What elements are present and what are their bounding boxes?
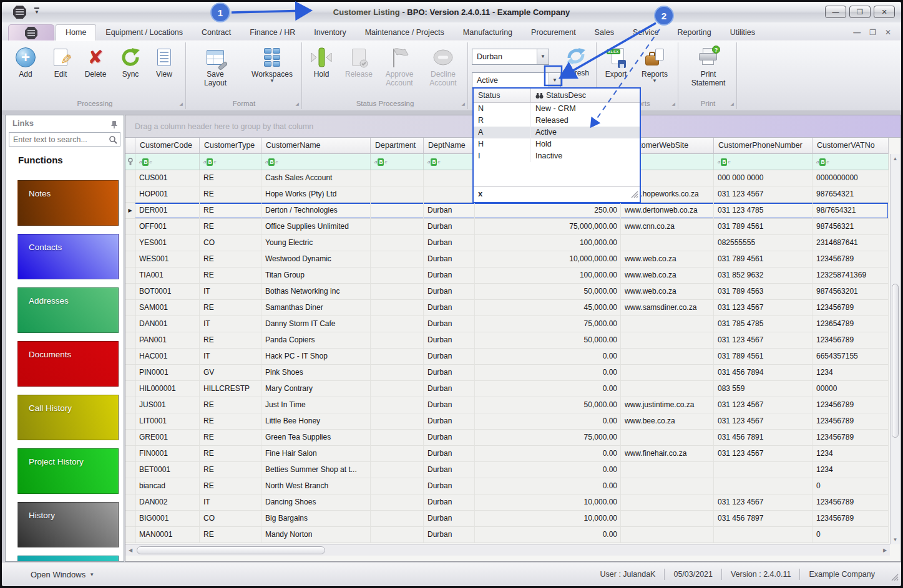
mdi-restore-icon[interactable]: ❐ xyxy=(869,28,876,37)
vertical-scroll-thumb[interactable] xyxy=(892,284,899,438)
refresh-button[interactable]: Refresh xyxy=(559,44,593,77)
table-row[interactable]: ▶DER001REDerton / TechnologiesDurban250.… xyxy=(125,203,889,219)
tab-contract[interactable]: Contract xyxy=(192,25,240,41)
hold-button[interactable]: Hold xyxy=(304,45,339,79)
window-resize-grip[interactable] xyxy=(891,572,899,584)
tab-sales[interactable]: Sales xyxy=(585,25,623,41)
function-button-call-history[interactable]: Call History xyxy=(17,395,119,440)
delete-button[interactable]: ✘ Delete xyxy=(78,45,113,79)
tab-reporting[interactable]: Reporting xyxy=(668,25,721,41)
status-combo[interactable]: Active ▼ xyxy=(472,72,561,89)
table-row[interactable]: HIL000001HILLCRESTPMary ContraryDurban0.… xyxy=(125,381,889,397)
filter-cell-CustomerPhoneNumber[interactable]: aBc xyxy=(714,154,813,170)
status-option-A[interactable]: AActive xyxy=(474,127,640,138)
function-button-notes[interactable]: Notes xyxy=(17,180,119,226)
tab-maintenance-projects[interactable]: Maintenance / Projects xyxy=(356,25,454,41)
tab-utilities[interactable]: Utilities xyxy=(721,25,764,41)
table-row[interactable]: FIN0001REFine Hair SalonDurban0.00www.fi… xyxy=(125,446,889,462)
filter-cell-Department[interactable]: aBc xyxy=(371,154,424,170)
branch-combo-dropdown-icon[interactable]: ▼ xyxy=(537,49,549,64)
table-row[interactable]: JUS001REJust In TimeDurban50,000.00www.j… xyxy=(125,397,889,413)
search-icon[interactable] xyxy=(109,135,117,147)
filter-cell-CustomerName[interactable]: aBc xyxy=(261,154,371,170)
clear-filter-button[interactable]: x xyxy=(478,189,482,198)
save-layout-button[interactable]: Save Layout xyxy=(195,45,236,87)
table-row[interactable]: TIA001RETitan GroupDurban100,000.00www.w… xyxy=(125,267,889,284)
table-row[interactable]: MAN0001REMandy NortonDurban0.000 xyxy=(125,527,889,543)
column-header-CustomerVATNo[interactable]: CustomerVATNo xyxy=(813,138,889,154)
statusdesc-column-header[interactable]: StatusDesc xyxy=(531,89,640,102)
branch-combo[interactable]: Durban ▼ xyxy=(472,49,549,65)
table-row[interactable]: BET0001REBetties Summer Shop at t...Durb… xyxy=(125,462,889,478)
minimize-button[interactable]: — xyxy=(825,6,846,18)
filter-cell-CustomerType[interactable]: aBc xyxy=(200,154,261,170)
export-button[interactable]: XLSX Export xyxy=(598,45,633,79)
status-option-I[interactable]: IInactive xyxy=(474,150,640,162)
column-header-CustomerPhoneNumber[interactable]: CustomerPhoneNumber xyxy=(714,138,813,154)
function-button-partial[interactable] xyxy=(17,556,119,562)
table-row[interactable]: biancadRENorth West BranchDurban0.000 xyxy=(125,478,889,494)
table-row[interactable]: HAC001ITHack PC - IT ShopDurban0.00031 7… xyxy=(125,349,889,365)
processing-dialog-launcher-icon[interactable]: ◢ xyxy=(180,102,183,107)
edit-button[interactable]: ✎ Edit xyxy=(43,45,78,79)
table-row[interactable]: DAN002ITDancing ShoesDurban10,000.00031 … xyxy=(125,494,889,511)
table-row[interactable]: PIN0001GVPink ShoesDurban0.00031 456 789… xyxy=(125,365,889,381)
workspaces-button[interactable]: Workspaces ▼ xyxy=(249,45,295,84)
scroll-left-icon[interactable]: ◀ xyxy=(125,545,135,556)
status-option-H[interactable]: HHold xyxy=(474,138,640,150)
function-button-documents[interactable]: Documents xyxy=(17,341,119,387)
sync-button[interactable]: Sync xyxy=(113,45,148,79)
function-button-addresses[interactable]: Addresses xyxy=(17,287,119,333)
quick-access-dropdown-icon[interactable]: ▼ xyxy=(34,7,39,15)
tab-inventory[interactable]: Inventory xyxy=(305,25,355,41)
print-statement-button[interactable]: ? Print Statement xyxy=(686,45,731,87)
application-button[interactable] xyxy=(8,24,54,41)
table-row[interactable]: GRE001REGreen Tea SuppliesDurban75,000.0… xyxy=(125,430,889,446)
tab-service[interactable]: Service xyxy=(623,25,668,41)
release-button[interactable]: Release xyxy=(341,45,376,79)
status-option-N[interactable]: NNew - CRM xyxy=(474,103,640,115)
table-row[interactable]: OFF001REOffice Supplies UnlimitedDurban7… xyxy=(125,219,889,235)
table-row[interactable]: PAN001REPanda CopiersDurban50,000.00031 … xyxy=(125,332,889,349)
function-button-project-history[interactable]: Project History xyxy=(17,448,119,494)
tab-home[interactable]: Home xyxy=(56,24,96,41)
filter-cell-CustomerCode[interactable]: aBc xyxy=(135,154,200,170)
table-row[interactable]: BIG0001COBig BargainsDurban10,000.00031 … xyxy=(125,511,889,527)
column-header-CustomerCode[interactable]: CustomerCode xyxy=(135,138,200,154)
reports-button[interactable]: Reports ▼ xyxy=(637,45,672,84)
close-button[interactable]: ✕ xyxy=(874,6,895,18)
table-row[interactable]: BOT0001ITBothas Networking incDurban50,0… xyxy=(125,284,889,300)
table-row[interactable]: SAM001RESamanthas DinerDurban45,000.00ww… xyxy=(125,300,889,316)
table-row[interactable]: YES001COYoung ElectricDurban100,000.0008… xyxy=(125,235,889,251)
popup-resize-grip[interactable] xyxy=(631,190,638,201)
filter-cell-DeptName[interactable]: aBc xyxy=(424,154,475,170)
column-header-DeptName[interactable]: DeptName xyxy=(424,138,475,154)
filter-cell-CustomerVATNo[interactable]: aBc xyxy=(813,154,889,170)
tab-equipment-locations[interactable]: Equipment / Locations xyxy=(96,25,192,41)
status-processing-dialog-launcher-icon[interactable]: ◢ xyxy=(462,102,465,107)
table-row[interactable]: LIT0001RELittle Bee HoneyDurban0.00www.b… xyxy=(125,413,889,430)
scroll-right-icon[interactable]: ▶ xyxy=(880,545,890,556)
status-option-R[interactable]: RReleased xyxy=(474,115,640,127)
function-button-contacts[interactable]: Contacts xyxy=(17,234,119,279)
view-button[interactable]: View xyxy=(147,45,182,79)
open-windows-button[interactable]: Open Windows▼ xyxy=(31,562,94,586)
tab-procurement[interactable]: Procurement xyxy=(522,25,585,41)
horizontal-scrollbar[interactable]: ◀ ▶ xyxy=(125,544,890,556)
column-header-CustomerType[interactable]: CustomerType xyxy=(200,138,261,154)
sidebar-search-input[interactable] xyxy=(9,133,120,146)
format-dialog-launcher-icon[interactable]: ◢ xyxy=(296,102,299,107)
approve-account-button[interactable]: Approve Account xyxy=(379,45,420,87)
reports-dialog-launcher-icon[interactable]: ◢ xyxy=(672,102,675,107)
decline-account-button[interactable]: Decline Account xyxy=(422,45,464,87)
print-dialog-launcher-icon[interactable]: ◢ xyxy=(731,102,734,107)
table-row[interactable]: DAN001ITDanny Storm IT CafeDurban75,000.… xyxy=(125,316,889,332)
table-row[interactable]: WES001REWestwood DynamicDurban10,000,000… xyxy=(125,251,889,267)
add-button[interactable]: + Add xyxy=(8,45,43,79)
maximize-button[interactable]: ❒ xyxy=(849,6,871,18)
tab-finance-hr[interactable]: Finance / HR xyxy=(240,25,305,41)
column-header-CustomerName[interactable]: CustomerName xyxy=(261,138,371,154)
mdi-close-icon[interactable]: ✕ xyxy=(885,28,891,37)
scroll-down-icon[interactable]: ▼ xyxy=(891,535,900,544)
tab-manufacturing[interactable]: Manufacturing xyxy=(454,25,522,41)
